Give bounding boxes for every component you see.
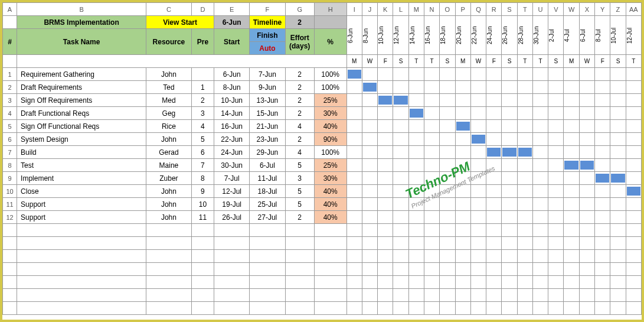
col-header[interactable]: T: [517, 3, 532, 16]
task-name[interactable]: Support: [17, 198, 146, 211]
task-resource[interactable]: John: [146, 198, 192, 211]
col-header[interactable]: N: [424, 3, 439, 16]
task-name[interactable]: Support: [17, 211, 146, 224]
task-pre[interactable]: 2: [191, 94, 214, 107]
task-pre[interactable]: [191, 68, 214, 81]
task-resource[interactable]: Ted: [146, 81, 192, 94]
col-header[interactable]: W: [564, 3, 579, 16]
task-pct[interactable]: 40%: [314, 211, 346, 224]
col-header[interactable]: B: [17, 3, 146, 16]
task-finish[interactable]: 18-Jul: [250, 185, 285, 198]
task-pct[interactable]: 40%: [314, 185, 346, 198]
task-name[interactable]: Test: [17, 159, 146, 172]
task-finish[interactable]: 25-Jul: [250, 198, 285, 211]
task-pre[interactable]: 8: [191, 172, 214, 185]
task-start[interactable]: 26-Jul: [214, 211, 250, 224]
task-finish[interactable]: 15-Jun: [250, 107, 285, 120]
col-header[interactable]: K: [378, 3, 393, 16]
task-effort[interactable]: 5: [285, 198, 314, 211]
col-header[interactable]: D: [191, 3, 214, 16]
task-effort[interactable]: 2: [285, 107, 314, 120]
col-header[interactable]: J: [362, 3, 377, 16]
task-resource[interactable]: Maine: [146, 159, 192, 172]
task-resource[interactable]: Zuber: [146, 172, 192, 185]
col-header[interactable]: AA: [626, 3, 641, 16]
col-header[interactable]: H: [314, 3, 346, 16]
task-name[interactable]: Close: [17, 185, 146, 198]
task-start[interactable]: 19-Jul: [214, 198, 250, 211]
col-header[interactable]: O: [440, 3, 455, 16]
task-resource[interactable]: Rice: [146, 120, 192, 133]
col-header[interactable]: Z: [610, 3, 626, 16]
col-header[interactable]: F: [250, 3, 285, 16]
task-name[interactable]: Requirement Gathering: [17, 68, 146, 81]
task-resource[interactable]: John: [146, 211, 192, 224]
task-resource[interactable]: Geg: [146, 107, 192, 120]
col-header[interactable]: A: [3, 3, 17, 16]
task-resource[interactable]: Gerad: [146, 146, 192, 159]
task-pct[interactable]: 100%: [314, 81, 346, 94]
task-start[interactable]: 24-Jun: [214, 146, 250, 159]
task-effort[interactable]: 4: [285, 120, 314, 133]
task-start[interactable]: 22-Jun: [214, 133, 250, 146]
task-pre[interactable]: 6: [191, 146, 214, 159]
task-finish[interactable]: 9-Jun: [250, 81, 285, 94]
task-start[interactable]: 16-Jun: [214, 120, 250, 133]
task-pct[interactable]: 30%: [314, 172, 346, 185]
task-start[interactable]: 14-Jun: [214, 107, 250, 120]
task-effort[interactable]: 2: [285, 68, 314, 81]
task-start[interactable]: 12-Jul: [214, 185, 250, 198]
task-effort[interactable]: 5: [285, 159, 314, 172]
task-effort[interactable]: 2: [285, 211, 314, 224]
task-pct[interactable]: 25%: [314, 159, 346, 172]
task-pct[interactable]: 40%: [314, 198, 346, 211]
col-header[interactable]: P: [455, 3, 470, 16]
task-pre[interactable]: 10: [191, 198, 214, 211]
task-name[interactable]: Build: [17, 146, 146, 159]
col-header[interactable]: S: [502, 3, 517, 16]
task-name[interactable]: Draft Functional Reqs: [17, 107, 146, 120]
task-effort[interactable]: 2: [285, 133, 314, 146]
task-pre[interactable]: 1: [191, 81, 214, 94]
task-pre[interactable]: 9: [191, 185, 214, 198]
task-name[interactable]: Sign Off Requirements: [17, 94, 146, 107]
task-pre[interactable]: 11: [191, 211, 214, 224]
task-pct[interactable]: 90%: [314, 133, 346, 146]
task-effort[interactable]: 5: [285, 185, 314, 198]
task-pre[interactable]: 3: [191, 107, 214, 120]
task-finish[interactable]: 21-Jun: [250, 120, 285, 133]
col-header[interactable]: Y: [595, 3, 610, 16]
col-header[interactable]: U: [532, 3, 548, 16]
task-resource[interactable]: John: [146, 68, 192, 81]
task-effort[interactable]: 3: [285, 172, 314, 185]
task-pre[interactable]: 7: [191, 159, 214, 172]
task-resource[interactable]: Med: [146, 94, 192, 107]
task-finish[interactable]: 7-Jun: [250, 68, 285, 81]
task-effort[interactable]: 2: [285, 94, 314, 107]
task-finish[interactable]: 23-Jun: [250, 133, 285, 146]
task-resource[interactable]: John: [146, 185, 192, 198]
task-effort[interactable]: 2: [285, 81, 314, 94]
col-header[interactable]: I: [346, 3, 362, 16]
col-header[interactable]: G: [285, 3, 314, 16]
col-header[interactable]: R: [486, 3, 502, 16]
task-pre[interactable]: 4: [191, 120, 214, 133]
task-name[interactable]: Draft Requirements: [17, 81, 146, 94]
task-effort[interactable]: 4: [285, 146, 314, 159]
task-start[interactable]: 30-Jun: [214, 159, 250, 172]
task-start[interactable]: 8-Jun: [214, 81, 250, 94]
task-finish[interactable]: 11-Jul: [250, 172, 285, 185]
task-start[interactable]: 7-Jul: [214, 172, 250, 185]
col-header[interactable]: E: [214, 3, 250, 16]
task-start[interactable]: 10-Jun: [214, 94, 250, 107]
task-resource[interactable]: John: [146, 133, 192, 146]
task-pct[interactable]: 100%: [314, 68, 346, 81]
task-finish[interactable]: 27-Jul: [250, 211, 285, 224]
task-finish[interactable]: 6-Jul: [250, 159, 285, 172]
timeline-value[interactable]: 2: [285, 16, 314, 29]
task-name[interactable]: Implement: [17, 172, 146, 185]
task-pre[interactable]: 5: [191, 133, 214, 146]
col-header[interactable]: V: [548, 3, 564, 16]
col-header[interactable]: C: [146, 3, 192, 16]
view-start-date[interactable]: 6-Jun: [214, 16, 250, 29]
